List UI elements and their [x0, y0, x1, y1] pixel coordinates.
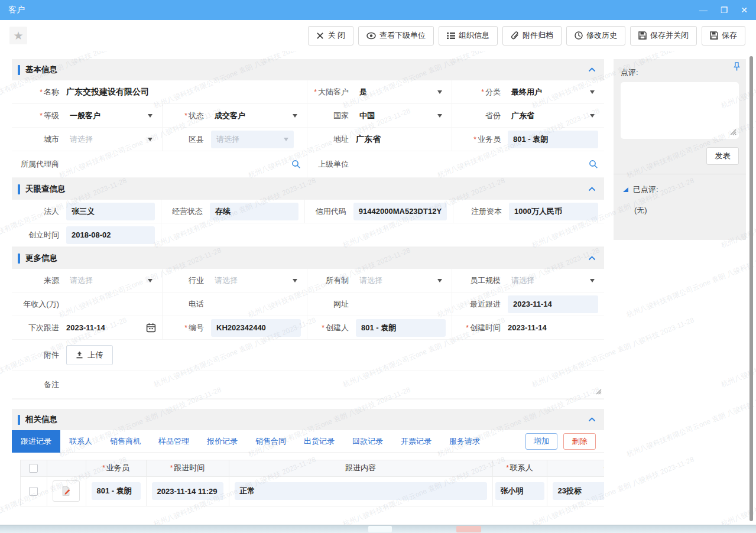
- industry-select[interactable]: 请选择: [210, 269, 307, 292]
- staff-size-select[interactable]: 请选择: [507, 269, 604, 292]
- parent-unit-label: 上级单位: [307, 151, 355, 178]
- calendar-icon[interactable]: [146, 323, 156, 333]
- registered-capital-field[interactable]: 1000万人民币: [508, 200, 604, 223]
- cell-followup-content[interactable]: 正常: [235, 482, 487, 500]
- tab-sales-opportunities[interactable]: 销售商机: [101, 430, 150, 453]
- delete-button[interactable]: 删除: [563, 433, 596, 450]
- row-checkbox[interactable]: [29, 487, 38, 496]
- source-select[interactable]: 请选择: [65, 269, 163, 292]
- ownership-select[interactable]: 请选择: [355, 269, 452, 292]
- section-header-tianyancha: 天眼查信息: [12, 178, 604, 200]
- attachment-archive-button[interactable]: 附件归档: [502, 26, 562, 46]
- name-field[interactable]: 广东交投建设有限公司: [65, 80, 307, 104]
- tab-followup-records[interactable]: 跟进记录: [12, 430, 60, 453]
- registered-capital-label: 注册资本: [453, 200, 508, 223]
- chevron-down-icon: [437, 90, 442, 94]
- collapse-basic-button[interactable]: [588, 67, 596, 72]
- star-icon: ★: [13, 29, 23, 43]
- legal-person-field[interactable]: 张三义: [65, 200, 161, 223]
- phone-field[interactable]: [210, 292, 307, 316]
- history-button[interactable]: 修改历史: [566, 26, 625, 46]
- tab-payment-records[interactable]: 回款记录: [343, 430, 392, 453]
- chevron-down-icon: [148, 138, 153, 141]
- salesman-label: *业务员: [452, 128, 507, 151]
- mainland-select[interactable]: 是: [355, 80, 452, 104]
- select-all-checkbox[interactable]: [29, 464, 38, 473]
- eye-icon: [366, 32, 376, 40]
- collapse-related-button[interactable]: [588, 417, 596, 422]
- tab-quote-records[interactable]: 报价记录: [198, 430, 246, 453]
- more-info-grid: 来源 请选择 行业 请选择 所有制 请选择 员工规模 请选择 年收入(万) 电话…: [12, 269, 604, 399]
- grade-select[interactable]: 一般客户: [65, 104, 163, 128]
- creator-label: *创建人: [307, 316, 355, 340]
- pin-icon[interactable]: [733, 62, 741, 73]
- status-select[interactable]: 成交客户: [210, 104, 307, 128]
- favorite-star-button[interactable]: ★: [9, 27, 27, 44]
- cell-salesman[interactable]: 801 - 袁朗: [92, 482, 141, 500]
- save-icon: [638, 31, 647, 40]
- org-info-button[interactable]: 组织信息: [439, 26, 498, 46]
- view-sub-units-button[interactable]: 查看下级单位: [358, 26, 434, 46]
- cell-opportunity[interactable]: 23投标: [553, 482, 605, 500]
- creator-field[interactable]: 801 - 袁朗: [355, 316, 452, 340]
- maximize-icon[interactable]: ❐: [721, 6, 728, 14]
- customer-window: 客户 — ❐ ✕ ★ 关 闭 查看下级单位 组织信息: [0, 0, 756, 533]
- tab-invoice-records[interactable]: 开票记录: [392, 430, 440, 453]
- collapse-tianyancha-button[interactable]: [588, 187, 596, 191]
- cell-contact[interactable]: 张小明: [495, 482, 544, 500]
- resize-handle[interactable]: [595, 388, 602, 396]
- chevron-down-icon: [590, 279, 595, 282]
- chevron-down-icon: [284, 138, 288, 141]
- row-edit-button[interactable]: [53, 480, 80, 502]
- created-time-label: *创建时间: [452, 316, 507, 340]
- operation-status-field[interactable]: 存续: [209, 200, 305, 223]
- annual-income-field[interactable]: [65, 292, 163, 316]
- salesman-field[interactable]: 801 - 袁朗: [507, 128, 604, 151]
- agent-field[interactable]: [65, 151, 307, 178]
- last-followup-field[interactable]: 2023-11-14: [507, 292, 604, 316]
- tab-shipment-records[interactable]: 出货记录: [295, 430, 343, 453]
- created-time-field[interactable]: 2023-11-14: [507, 316, 604, 340]
- attachment-label: 附件: [12, 340, 65, 370]
- province-select[interactable]: 广东省: [507, 104, 604, 128]
- parent-unit-field[interactable]: [355, 151, 604, 178]
- chevron-up-icon: [588, 187, 596, 191]
- window-title: 客户: [8, 5, 25, 15]
- search-icon[interactable]: [589, 160, 598, 169]
- city-select[interactable]: 请选择: [65, 128, 163, 151]
- close-icon[interactable]: ✕: [741, 6, 748, 14]
- resize-handle[interactable]: [729, 128, 736, 137]
- founded-date-field[interactable]: 2018-08-02: [65, 223, 161, 247]
- search-icon[interactable]: [291, 160, 301, 169]
- district-select[interactable]: 请选择: [210, 128, 307, 151]
- cell-followup-time[interactable]: 2023-11-14 11:29: [152, 482, 223, 500]
- code-field[interactable]: KH202342440: [210, 316, 307, 340]
- remark-textarea[interactable]: [65, 370, 604, 399]
- publish-button[interactable]: 发表: [706, 147, 739, 165]
- collapse-more-button[interactable]: [588, 256, 596, 261]
- tab-sales-contracts[interactable]: 销售合同: [246, 430, 295, 453]
- close-button[interactable]: 关 闭: [308, 26, 353, 46]
- operation-status-label: 经营状态: [161, 200, 209, 223]
- comment-textarea[interactable]: [621, 82, 739, 139]
- address-field[interactable]: 广东省: [355, 128, 452, 151]
- mainland-label: *大陆客户: [307, 80, 355, 104]
- founded-date-label: 创立时间: [12, 223, 65, 247]
- address-label: 地址: [307, 128, 355, 151]
- annual-income-label: 年收入(万): [12, 292, 65, 316]
- next-followup-label: 下次跟进: [12, 316, 65, 340]
- vertical-scrollbar[interactable]: [749, 56, 753, 521]
- save-and-close-button[interactable]: 保存并关闭: [630, 26, 697, 46]
- tab-sample-management[interactable]: 样品管理: [150, 430, 198, 453]
- tab-service-requests[interactable]: 服务请求: [440, 430, 489, 453]
- credit-code-field[interactable]: 91442000MA523DT12Y: [352, 200, 453, 223]
- add-button[interactable]: 增加: [525, 433, 558, 450]
- save-button[interactable]: 保存: [702, 26, 745, 46]
- minimize-icon[interactable]: —: [699, 6, 708, 14]
- next-followup-datepicker[interactable]: 2023-11-14: [65, 316, 163, 340]
- country-select[interactable]: 中国: [355, 104, 452, 128]
- tab-contacts[interactable]: 联系人: [60, 430, 101, 453]
- website-field[interactable]: [355, 292, 452, 316]
- upload-button[interactable]: 上传: [66, 345, 113, 365]
- category-select[interactable]: 最终用户: [507, 80, 604, 104]
